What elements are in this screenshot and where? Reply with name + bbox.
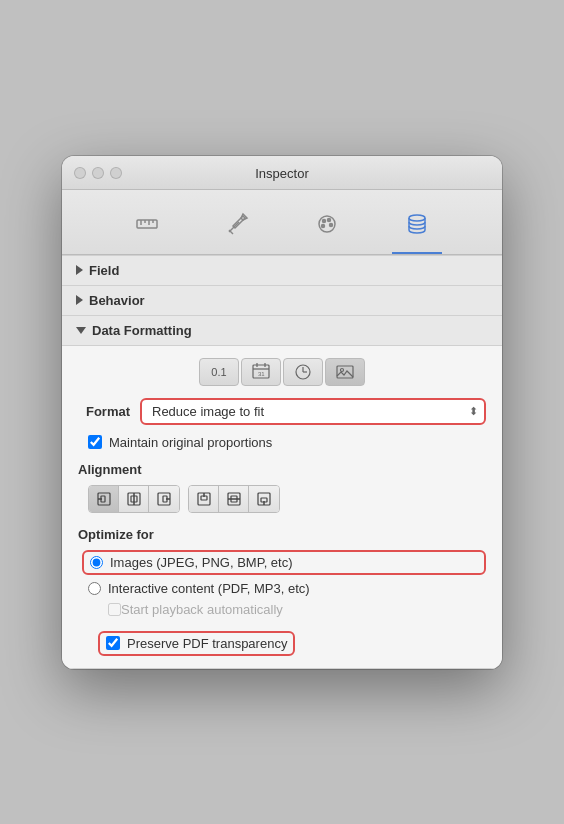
maintain-proportions-label: Maintain original proportions — [109, 435, 272, 450]
interactive-radio-row: Interactive content (PDF, MP3, etc) — [88, 581, 486, 596]
svg-text:31: 31 — [258, 371, 265, 377]
preserve-pdf-container: Preserve PDF transparency — [88, 627, 486, 656]
date-format-tab[interactable]: 31 — [241, 358, 281, 386]
start-playback-label: Start playback automatically — [121, 602, 283, 617]
format-select[interactable]: Reduce image to fit Scale image to fit S… — [142, 400, 484, 423]
format-select-wrapper[interactable]: Reduce image to fit Scale image to fit S… — [140, 398, 486, 425]
maintain-proportions-checkbox[interactable] — [88, 435, 102, 449]
align-right-button[interactable] — [149, 486, 179, 512]
format-label: Format — [78, 404, 130, 419]
palette-tab[interactable] — [302, 204, 352, 244]
field-section-header[interactable]: Field — [62, 255, 502, 286]
time-format-tab[interactable] — [283, 358, 323, 386]
images-radio-row: Images (JPEG, PNG, BMP, etc) — [82, 550, 486, 575]
interactive-radio[interactable] — [88, 582, 101, 595]
svg-point-22 — [341, 368, 344, 371]
svg-point-8 — [323, 219, 326, 222]
data-formatting-section-label: Data Formatting — [92, 323, 192, 338]
images-radio-label: Images (JPEG, PNG, BMP, etc) — [110, 555, 293, 570]
align-bottom-button[interactable] — [249, 486, 279, 512]
data-formatting-body: 0.1 31 — [62, 346, 502, 669]
data-formatting-collapse-icon — [76, 327, 86, 334]
behavior-section-header[interactable]: Behavior — [62, 286, 502, 316]
date-format-icon: 31 — [252, 362, 270, 382]
optimize-section: Optimize for Images (JPEG, PNG, BMP, etc… — [78, 527, 486, 617]
horizontal-align-cluster — [88, 485, 180, 513]
traffic-lights — [74, 167, 122, 179]
behavior-collapse-icon — [76, 295, 83, 305]
toolbar — [62, 190, 502, 255]
minimize-button[interactable] — [92, 167, 104, 179]
zoom-button[interactable] — [110, 167, 122, 179]
start-playback-checkbox[interactable] — [108, 603, 121, 616]
number-format-label: 0.1 — [211, 366, 226, 378]
ruler-tab[interactable] — [122, 204, 172, 244]
svg-point-9 — [328, 218, 331, 221]
inspector-window: Inspector — [62, 156, 502, 669]
close-button[interactable] — [74, 167, 86, 179]
image-format-tab[interactable] — [325, 358, 365, 386]
title-bar: Inspector — [62, 156, 502, 190]
tools-tab[interactable] — [212, 204, 262, 244]
database-tab[interactable] — [392, 204, 442, 244]
field-section-label: Field — [89, 263, 119, 278]
svg-rect-0 — [137, 220, 157, 228]
maintain-proportions-row: Maintain original proportions — [88, 435, 486, 450]
preserve-pdf-label: Preserve PDF transparency — [127, 636, 287, 651]
interactive-radio-label: Interactive content (PDF, MP3, etc) — [108, 581, 310, 596]
format-row: Format Reduce image to fit Scale image t… — [78, 398, 486, 425]
window-title: Inspector — [255, 166, 308, 181]
start-playback-row: Start playback automatically — [108, 602, 486, 617]
align-top-button[interactable] — [189, 486, 219, 512]
preserve-pdf-row: Preserve PDF transparency — [98, 631, 295, 656]
align-h-center-button[interactable] — [119, 486, 149, 512]
data-formatting-section-header[interactable]: Data Formatting — [62, 316, 502, 346]
svg-point-10 — [330, 223, 333, 226]
svg-point-12 — [409, 215, 425, 221]
svg-rect-21 — [337, 366, 353, 378]
svg-point-11 — [322, 224, 325, 227]
content: Field Behavior Data Formatting 0.1 — [62, 255, 502, 669]
toolbar-icons — [62, 200, 502, 254]
svg-rect-25 — [101, 496, 105, 502]
number-format-tab[interactable]: 0.1 — [199, 358, 239, 386]
format-tabs: 0.1 31 — [78, 358, 486, 386]
align-v-center-button[interactable] — [219, 486, 249, 512]
images-radio[interactable] — [90, 556, 103, 569]
alignment-group — [88, 485, 486, 513]
vertical-align-cluster — [188, 485, 280, 513]
behavior-section-label: Behavior — [89, 293, 145, 308]
preserve-pdf-checkbox[interactable] — [106, 636, 120, 650]
field-collapse-icon — [76, 265, 83, 275]
align-left-button[interactable] — [89, 486, 119, 512]
optimize-for-label: Optimize for — [78, 527, 486, 542]
alignment-label: Alignment — [78, 462, 486, 477]
